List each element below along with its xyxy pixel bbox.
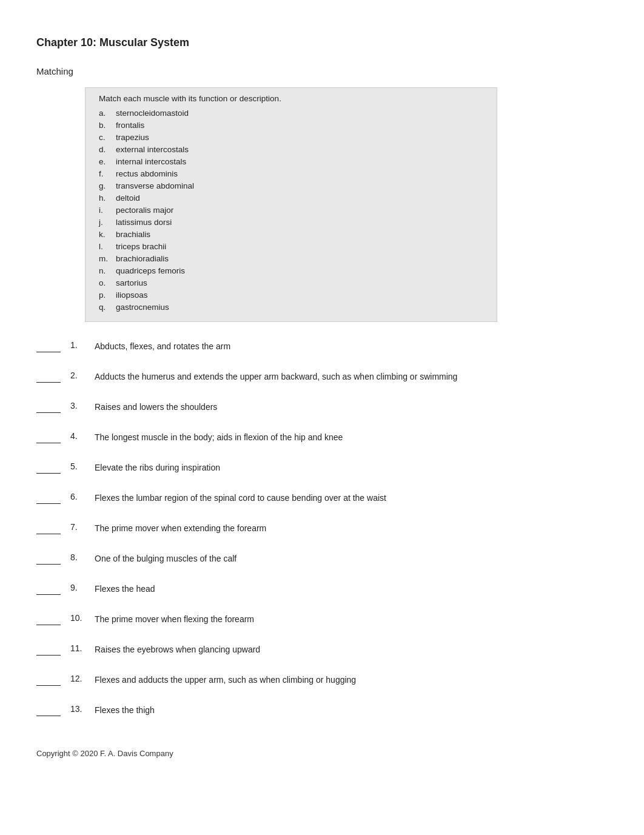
- answer-blank[interactable]: [36, 554, 61, 565]
- question-row: 2.Adducts the humerus and extends the up…: [36, 371, 608, 385]
- answer-blank[interactable]: [36, 463, 61, 474]
- answer-blank[interactable]: [36, 584, 61, 595]
- matching-name: rectus abdominis: [113, 167, 486, 179]
- matching-letter: e.: [96, 155, 113, 167]
- matching-list-item: b.frontalis: [96, 119, 486, 131]
- question-number: 8.: [70, 552, 89, 562]
- matching-name: latissimus dorsi: [113, 216, 486, 228]
- matching-letter: a.: [96, 107, 113, 119]
- copyright: Copyright © 2020 F. A. Davis Company: [36, 749, 608, 758]
- matching-list-item: i.pectoralis major: [96, 204, 486, 216]
- question-text: The prime mover when flexing the forearm: [95, 613, 254, 626]
- matching-letter: k.: [96, 228, 113, 240]
- question-row: 1.Abducts, flexes, and rotates the arm: [36, 340, 608, 355]
- matching-list-item: q.gastrocnemius: [96, 301, 486, 313]
- matching-letter: c.: [96, 131, 113, 143]
- question-number: 13.: [70, 704, 89, 714]
- matching-name: pectoralis major: [113, 204, 486, 216]
- matching-list-item: o.sartorius: [96, 277, 486, 289]
- matching-name: sternocleidomastoid: [113, 107, 486, 119]
- matching-name: brachioradialis: [113, 252, 486, 264]
- question-text: The prime mover when extending the forea…: [95, 522, 266, 535]
- matching-name: iliopsoas: [113, 289, 486, 301]
- answer-blank[interactable]: [36, 645, 61, 656]
- question-row: 8.One of the bulging muscles of the calf: [36, 552, 608, 567]
- matching-list-item: p.iliopsoas: [96, 289, 486, 301]
- matching-letter: j.: [96, 216, 113, 228]
- answer-blank[interactable]: [36, 614, 61, 625]
- questions-section: 1.Abducts, flexes, and rotates the arm2.…: [36, 340, 608, 719]
- matching-name: internal intercostals: [113, 155, 486, 167]
- matching-list-item: k.brachialis: [96, 228, 486, 240]
- question-number: 2.: [70, 371, 89, 380]
- answer-blank[interactable]: [36, 341, 61, 352]
- question-text: Elevate the ribs during inspiration: [95, 461, 220, 474]
- question-row: 9.Flexes the head: [36, 583, 608, 597]
- matching-name: brachialis: [113, 228, 486, 240]
- answer-blank[interactable]: [36, 372, 61, 383]
- page-title: Chapter 10: Muscular System: [36, 36, 608, 49]
- matching-letter: q.: [96, 301, 113, 313]
- matching-name: external intercostals: [113, 143, 486, 155]
- matching-letter: g.: [96, 179, 113, 192]
- question-text: Adducts the humerus and extends the uppe…: [95, 371, 457, 383]
- section-label: Matching: [36, 66, 608, 76]
- question-number: 6.: [70, 492, 89, 501]
- matching-list-item: c.trapezius: [96, 131, 486, 143]
- question-number: 9.: [70, 583, 89, 592]
- question-text: Flexes and adducts the upper arm, such a…: [95, 674, 356, 686]
- matching-name: frontalis: [113, 119, 486, 131]
- matching-list-item: l.triceps brachii: [96, 240, 486, 252]
- question-row: 7.The prime mover when extending the for…: [36, 522, 608, 537]
- question-text: Flexes the thigh: [95, 704, 155, 717]
- matching-letter: i.: [96, 204, 113, 216]
- matching-list-item: n.quadriceps femoris: [96, 264, 486, 277]
- question-number: 4.: [70, 431, 89, 441]
- question-row: 3.Raises and lowers the shoulders: [36, 401, 608, 415]
- question-text: One of the bulging muscles of the calf: [95, 552, 236, 565]
- matching-table: a.sternocleidomastoidb.frontalisc.trapez…: [96, 107, 486, 313]
- answer-blank[interactable]: [36, 523, 61, 534]
- matching-list-item: f.rectus abdominis: [96, 167, 486, 179]
- question-row: 5.Elevate the ribs during inspiration: [36, 461, 608, 476]
- matching-name: quadriceps femoris: [113, 264, 486, 277]
- question-text: Abducts, flexes, and rotates the arm: [95, 340, 230, 353]
- matching-name: transverse abdominal: [113, 179, 486, 192]
- answer-blank[interactable]: [36, 493, 61, 504]
- matching-name: sartorius: [113, 277, 486, 289]
- question-number: 5.: [70, 461, 89, 471]
- matching-list-item: e.internal intercostals: [96, 155, 486, 167]
- question-text: The longest muscle in the body; aids in …: [95, 431, 343, 444]
- matching-list-item: d.external intercostals: [96, 143, 486, 155]
- question-text: Raises and lowers the shoulders: [95, 401, 217, 414]
- matching-list-item: m.brachioradialis: [96, 252, 486, 264]
- question-row: 11.Raises the eyebrows when glancing upw…: [36, 643, 608, 658]
- matching-letter: l.: [96, 240, 113, 252]
- question-number: 12.: [70, 674, 89, 683]
- matching-letter: p.: [96, 289, 113, 301]
- matching-name: trapezius: [113, 131, 486, 143]
- answer-blank[interactable]: [36, 675, 61, 686]
- question-row: 13.Flexes the thigh: [36, 704, 608, 719]
- matching-letter: n.: [96, 264, 113, 277]
- matching-name: triceps brachii: [113, 240, 486, 252]
- question-number: 1.: [70, 340, 89, 350]
- matching-name: deltoid: [113, 192, 486, 204]
- matching-instruction: Match each muscle with its function or d…: [96, 94, 486, 103]
- matching-list-item: a.sternocleidomastoid: [96, 107, 486, 119]
- matching-box: Match each muscle with its function or d…: [85, 87, 497, 322]
- matching-letter: d.: [96, 143, 113, 155]
- matching-list-item: g.transverse abdominal: [96, 179, 486, 192]
- matching-letter: b.: [96, 119, 113, 131]
- question-number: 10.: [70, 613, 89, 623]
- answer-blank[interactable]: [36, 705, 61, 716]
- question-row: 12.Flexes and adducts the upper arm, suc…: [36, 674, 608, 688]
- matching-list-item: j.latissimus dorsi: [96, 216, 486, 228]
- question-row: 6.Flexes the lumbar region of the spinal…: [36, 492, 608, 506]
- matching-letter: o.: [96, 277, 113, 289]
- question-text: Raises the eyebrows when glancing upward: [95, 643, 260, 656]
- matching-letter: f.: [96, 167, 113, 179]
- question-number: 3.: [70, 401, 89, 411]
- answer-blank[interactable]: [36, 402, 61, 413]
- answer-blank[interactable]: [36, 432, 61, 443]
